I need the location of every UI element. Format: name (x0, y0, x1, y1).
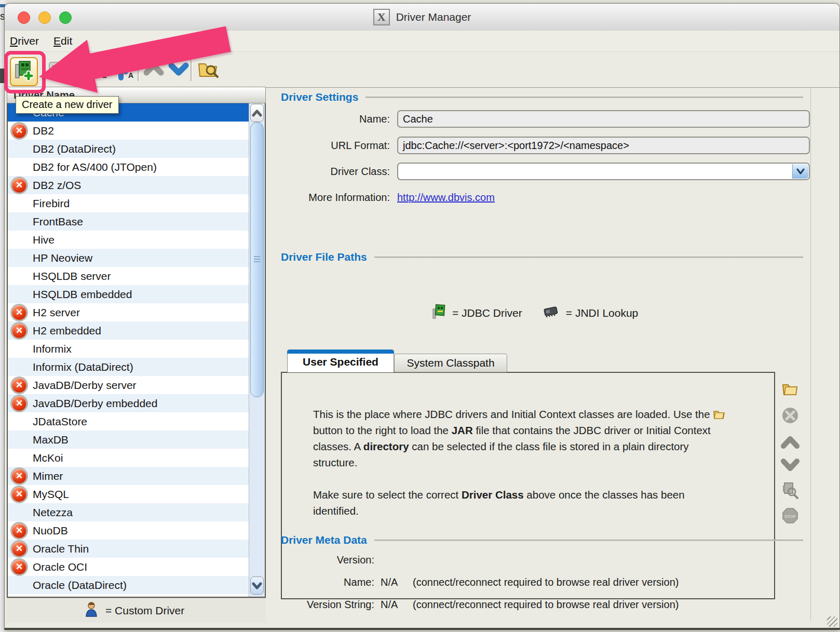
toolbar-separator (138, 56, 139, 81)
find-driver-icon (781, 481, 799, 501)
list-item[interactable]: MySQL (8, 485, 249, 503)
menu-edit[interactable]: Edit (53, 35, 72, 47)
sort-descending-icon: A Z (88, 57, 111, 83)
chevron-down-icon (781, 458, 800, 474)
driver-name-label: McKoi (33, 452, 63, 464)
custom-driver-legend-text: = Custom Driver (105, 604, 184, 617)
list-item[interactable]: H2 server (8, 303, 249, 321)
combo-dropdown-button[interactable] (792, 164, 808, 179)
toolbar-separator (80, 56, 82, 81)
find-driver-class-button[interactable] (781, 482, 799, 500)
meta-name-label: Name: (281, 576, 381, 588)
driver-class-combo[interactable] (397, 163, 810, 180)
remove-circle-icon (781, 407, 799, 426)
list-item[interactable]: Informix (DataDirect) (8, 358, 249, 376)
list-item[interactable]: DB2 (DataDirect) (8, 140, 249, 158)
scroll-down-button[interactable] (250, 576, 264, 595)
driver-name-label: H2 server (33, 306, 80, 319)
section-title: Driver File Paths (281, 251, 367, 263)
url-format-label: URL Format: (281, 140, 397, 152)
instructions-paragraph-2: Make sure to select the correct Driver C… (313, 487, 733, 519)
sort-ascending-button[interactable]: Z A (114, 58, 137, 82)
remove-driver-button[interactable] (46, 60, 66, 80)
list-item[interactable]: Mimer (8, 467, 249, 485)
list-item[interactable]: JavaDB/Derby embedded (8, 394, 249, 412)
url-format-field[interactable]: jdbc:Cache://<server>:<port1972>/<namesp… (397, 137, 810, 154)
meta-version-string-row: Version String: N/A (connect/reconnect r… (281, 599, 679, 611)
tab-system-classpath[interactable]: System Classpath (394, 354, 507, 372)
move-path-down-button[interactable] (781, 457, 799, 475)
svg-text:Z: Z (102, 71, 107, 79)
menu-driver[interactable]: Driver (10, 35, 39, 47)
svg-text:STOP: STOP (784, 514, 796, 519)
list-item[interactable]: H2 embedded (8, 321, 249, 340)
list-item[interactable]: HP Neoview (8, 249, 249, 267)
list-item[interactable]: Firebird (8, 194, 249, 212)
title-group: X Driver Manager (5, 4, 839, 31)
driver-list: Cache DB2 DB2 (DataDirect) DB2 for AS/40… (8, 103, 249, 594)
folder-search-icon (197, 58, 221, 83)
dbvis-link[interactable]: http://www.dbvis.com (397, 192, 495, 204)
driver-name-label: Firebird (33, 197, 70, 210)
list-item[interactable]: NuoDB (8, 521, 249, 540)
list-item[interactable]: JavaDB/Derby server (8, 376, 249, 394)
driver-name-label: JavaDB/Derby server (33, 379, 137, 392)
driver-name-label: DB2 z/OS (33, 179, 81, 192)
list-item[interactable]: Informix (8, 340, 249, 358)
list-item[interactable]: FrontBase (8, 212, 249, 231)
jndi-lookup-icon (542, 305, 560, 321)
list-item[interactable]: McKoi (8, 449, 249, 467)
driver-name-label: DB2 for AS/400 (JTOpen) (33, 161, 157, 173)
driver-name-label: FrontBase (33, 216, 83, 228)
meta-version-row: Version: (281, 554, 381, 566)
driver-name-label: Oracle (DataDirect) (33, 579, 127, 591)
list-item[interactable]: MaxDB (8, 431, 249, 449)
list-item[interactable]: Netezza (8, 503, 249, 521)
list-item[interactable]: DB2 z/OS (8, 176, 249, 194)
section-rule (365, 97, 803, 98)
find-driver-files-button[interactable] (197, 57, 221, 83)
driver-error-icon (12, 542, 26, 556)
version-string-label: Version String: (281, 599, 381, 611)
jdbc-driver-icon (431, 304, 446, 322)
name-field[interactable]: Cache (397, 110, 810, 128)
driver-error-icon (12, 305, 26, 320)
open-file-button[interactable] (781, 381, 799, 398)
remove-path-button[interactable] (781, 408, 799, 425)
tab-label: System Classpath (407, 357, 494, 369)
driver-manager-window: X Driver Manager Driver Edit (4, 3, 840, 630)
move-up-button[interactable] (143, 61, 165, 79)
list-item[interactable]: HSQLDB embedded (8, 285, 249, 303)
tab-user-specified[interactable]: User Specified (287, 349, 394, 372)
jndi-lookup-legend-text: = JNDI Lookup (566, 307, 639, 319)
list-item[interactable]: Oracle OCI (8, 558, 249, 576)
stop-button[interactable]: STOP (781, 507, 799, 525)
driver-name-label: JavaDB/Derby embedded (33, 397, 157, 410)
driver-name-label: DB2 (33, 125, 54, 137)
meta-name-note: (connect/reconnect required to browse re… (413, 576, 679, 588)
list-item[interactable]: Oracle Thin (8, 540, 249, 558)
driver-name-label: Oracle Thin (33, 543, 89, 555)
section-rule (374, 540, 803, 541)
list-item[interactable]: HSQLDB server (8, 267, 249, 285)
driver-name-label: Mimer (33, 470, 63, 482)
scrollbar-thumb[interactable] (250, 122, 264, 397)
list-item[interactable]: Hive (8, 231, 249, 249)
move-path-up-button[interactable] (781, 435, 799, 452)
background-icon-fragment (0, 69, 4, 83)
list-item[interactable]: JDataStore (8, 412, 249, 431)
list-item[interactable]: DB2 for AS/400 (JTOpen) (8, 158, 249, 176)
driver-class-row: Driver Class: (281, 163, 810, 180)
window-title: Driver Manager (396, 11, 471, 23)
list-item[interactable]: Oracle (DataDirect) (8, 576, 249, 594)
scroll-up-button[interactable] (250, 104, 264, 122)
stop-icon: STOP (782, 507, 798, 524)
driver-name-label: Informix (DataDirect) (33, 361, 133, 373)
move-down-button[interactable] (168, 61, 189, 79)
driver-error-icon (12, 487, 26, 502)
chevron-up-icon (781, 436, 800, 451)
driver-error-icon (12, 178, 26, 193)
list-item[interactable]: DB2 (8, 122, 249, 140)
resize-grip[interactable] (827, 616, 837, 627)
sort-descending-button[interactable]: A Z (88, 58, 111, 82)
